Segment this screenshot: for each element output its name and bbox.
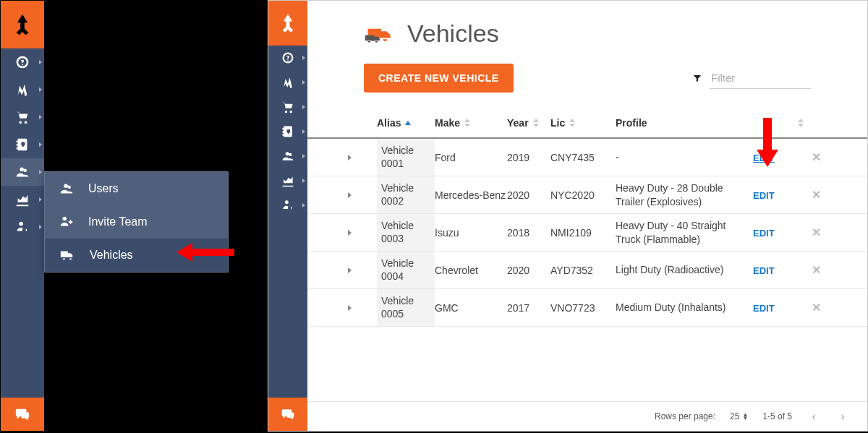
cell-profile: Heavy Duty - 28 Double Trailer (Explosiv… bbox=[616, 177, 753, 212]
sidebar-item-addressbook[interactable] bbox=[1, 131, 44, 158]
team-icon bbox=[14, 164, 31, 180]
flyout-item-vehicles[interactable]: Vehicles bbox=[45, 239, 228, 272]
cell-year: 2017 bbox=[507, 302, 550, 314]
sort-icon bbox=[798, 119, 804, 127]
table-row: Vehicle 0003 Isuzu 2018 NMI2109 Heavy Du… bbox=[307, 214, 867, 252]
column-make[interactable]: Make bbox=[435, 117, 507, 129]
cell-profile: Medium Duty (Inhalants) bbox=[616, 296, 753, 318]
routes-icon bbox=[14, 82, 30, 98]
row-expander[interactable] bbox=[348, 267, 352, 273]
filter-input[interactable] bbox=[710, 67, 811, 89]
edit-link[interactable]: EDIT bbox=[753, 303, 775, 314]
flyout-item-label: Users bbox=[88, 182, 119, 195]
sidebar-item-help[interactable] bbox=[268, 46, 307, 70]
sidebar-item-orders[interactable] bbox=[268, 95, 307, 119]
sidebar-item-routes[interactable] bbox=[1, 76, 44, 103]
addressbook-icon bbox=[281, 124, 295, 139]
sidebar-item-help[interactable] bbox=[1, 48, 44, 76]
edit-link[interactable]: EDIT bbox=[753, 265, 775, 276]
create-vehicle-button[interactable]: CREATE NEW VEHICLE bbox=[364, 64, 514, 93]
chevron-right-icon bbox=[302, 154, 305, 158]
vehicles-table: Alias Make Year Lic Profile Vehicle 0001… bbox=[307, 108, 867, 327]
cell-profile: - bbox=[616, 146, 753, 168]
column-lic[interactable]: Lic bbox=[550, 117, 616, 129]
cell-make: Ford bbox=[435, 152, 507, 163]
column-alias[interactable]: Alias bbox=[377, 117, 435, 129]
app-logo[interactable] bbox=[1, 1, 44, 48]
help-icon bbox=[15, 55, 30, 69]
edit-link[interactable]: EDIT bbox=[753, 153, 775, 163]
delete-row-button[interactable]: ✕ bbox=[804, 301, 828, 314]
delete-row-button[interactable]: ✕ bbox=[804, 226, 828, 239]
sidebar bbox=[1, 1, 44, 431]
table-row: Vehicle 0005 GMC 2017 VNO7723 Medium Dut… bbox=[307, 289, 867, 327]
sort-icon bbox=[533, 119, 539, 127]
addressbook-icon bbox=[14, 137, 30, 153]
cell-make: Chevrolet bbox=[435, 265, 507, 276]
help-icon bbox=[281, 51, 294, 64]
flyout-item-invite[interactable]: Invite Team bbox=[45, 205, 228, 239]
filter-icon bbox=[692, 73, 702, 83]
cell-make: GMC bbox=[435, 302, 507, 314]
row-expander[interactable] bbox=[348, 192, 352, 198]
cell-alias: Vehicle 0005 bbox=[377, 289, 435, 326]
cell-lic: NYC2020 bbox=[550, 189, 616, 201]
invite-team-icon bbox=[58, 214, 75, 230]
flyout-item-label: Vehicles bbox=[90, 249, 133, 262]
prev-page-button[interactable]: ‹ bbox=[807, 409, 821, 424]
column-year[interactable]: Year bbox=[507, 117, 550, 129]
edit-link[interactable]: EDIT bbox=[753, 228, 775, 239]
sidebar-chat-button[interactable] bbox=[1, 398, 44, 431]
sidebar-item-analytics[interactable] bbox=[1, 186, 44, 213]
column-profile[interactable]: Profile bbox=[616, 117, 753, 129]
chevron-right-icon bbox=[39, 197, 42, 202]
sidebar-item-settings[interactable] bbox=[1, 213, 44, 241]
delete-row-button[interactable]: ✕ bbox=[804, 150, 828, 164]
sidebar-item-settings[interactable] bbox=[268, 193, 307, 218]
vehicles-page: Vehicles CREATE NEW VEHICLE Alias Make Y… bbox=[307, 1, 867, 431]
pagination-range: 1-5 of 5 bbox=[762, 411, 792, 421]
app-logo[interactable] bbox=[268, 1, 307, 46]
cell-lic: CNY7435 bbox=[550, 152, 616, 163]
toolbar: CREATE NEW VEHICLE bbox=[307, 48, 867, 93]
truck-icon bbox=[58, 247, 77, 263]
chevron-right-icon bbox=[302, 80, 305, 85]
flyout-item-users[interactable]: Users bbox=[45, 172, 228, 205]
panel-vehicles-page: Vehicles CREATE NEW VEHICLE Alias Make Y… bbox=[268, 0, 868, 432]
next-page-button[interactable]: › bbox=[835, 409, 850, 424]
chevron-right-icon bbox=[39, 115, 42, 119]
chevron-right-icon bbox=[39, 142, 42, 147]
analytics-icon bbox=[281, 173, 295, 188]
row-expander[interactable] bbox=[348, 155, 352, 160]
cell-alias: Vehicle 0002 bbox=[377, 176, 435, 213]
cart-icon bbox=[281, 100, 295, 114]
delete-row-button[interactable]: ✕ bbox=[804, 263, 828, 277]
sidebar-item-addressbook[interactable] bbox=[268, 119, 307, 144]
team-flyout-menu: Users Invite Team Vehicles bbox=[44, 171, 229, 273]
sidebar-item-routes[interactable] bbox=[268, 70, 307, 95]
sort-icon bbox=[569, 119, 575, 127]
cell-make: Isuzu bbox=[435, 227, 507, 239]
analytics-icon bbox=[14, 192, 30, 207]
rows-per-page-select[interactable]: 25 ▲▼ bbox=[730, 411, 748, 421]
sidebar-item-team[interactable] bbox=[1, 158, 44, 186]
sidebar-item-orders[interactable] bbox=[1, 103, 44, 131]
cell-profile: Heavy Duty - 40 Straight Truck (Flammabl… bbox=[616, 215, 753, 249]
row-expander[interactable] bbox=[348, 305, 352, 311]
chevron-right-icon bbox=[39, 170, 42, 174]
edit-link[interactable]: EDIT bbox=[753, 190, 775, 201]
routes-icon bbox=[281, 75, 295, 90]
cell-make: Mercedes-Benz bbox=[435, 189, 507, 201]
row-expander[interactable] bbox=[348, 230, 352, 236]
sidebar-item-team[interactable] bbox=[268, 144, 307, 168]
rows-per-page-label: Rows per page: bbox=[655, 411, 715, 421]
panel-sidebar-expanded: Users Invite Team Vehicles bbox=[0, 0, 264, 432]
sidebar-item-analytics[interactable] bbox=[268, 168, 307, 193]
sort-icon bbox=[464, 119, 470, 127]
users-icon bbox=[58, 181, 75, 197]
pagination: Rows per page: 25 ▲▼ 1-5 of 5 ‹ › bbox=[307, 401, 867, 431]
sidebar-chat-button[interactable] bbox=[268, 398, 307, 431]
filter-group bbox=[692, 67, 811, 89]
route-logo-icon bbox=[10, 12, 35, 37]
delete-row-button[interactable]: ✕ bbox=[804, 188, 828, 202]
